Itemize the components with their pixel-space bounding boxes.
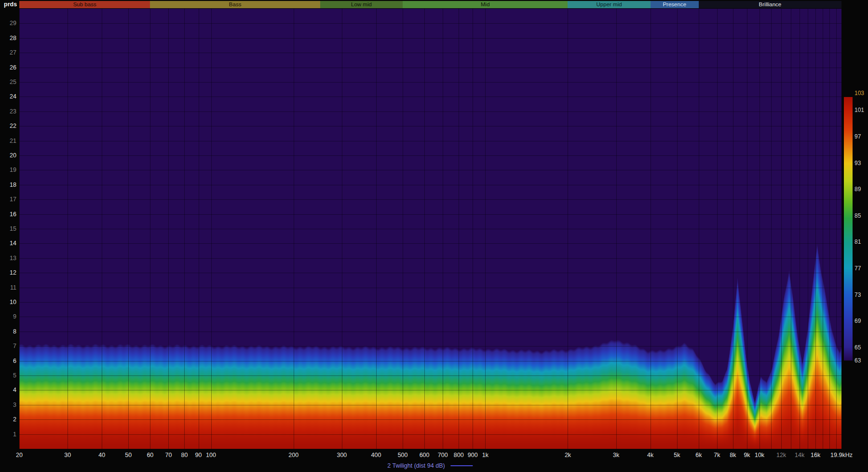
y-tick-label: 24 <box>1 93 16 100</box>
y-tick-label: 7 <box>1 343 16 349</box>
y-tick-label: 12 <box>1 269 16 276</box>
x-tick-label: 60 <box>147 452 153 458</box>
x-tick-label: 9k <box>744 452 750 458</box>
y-tick-label: 23 <box>1 108 16 115</box>
x-tick-label: 40 <box>98 452 105 458</box>
frequency-band-strip: Sub bassBassLow midMidUpper midPresenceB… <box>0 1 868 8</box>
y-tick-label: 10 <box>1 299 16 305</box>
x-tick-label: 4k <box>647 452 653 458</box>
x-tick-label: 30 <box>64 452 71 458</box>
legend-label: 2 Twilight (dist 94 dB) <box>387 462 445 469</box>
band-low-mid: Low mid <box>320 1 403 8</box>
band-brilliance: Brilliance <box>699 1 841 8</box>
x-tick-label: 600 <box>420 452 430 458</box>
y-tick-label: 15 <box>1 225 16 232</box>
x-tick-label: 7k <box>714 452 720 458</box>
x-tick-label: 5k <box>674 452 680 458</box>
y-tick-label: 29 <box>1 20 16 27</box>
x-tick-label: 20 <box>16 452 23 458</box>
y-tick-label: 16 <box>1 211 16 218</box>
x-tick-label: 50 <box>125 452 132 458</box>
colorbar-tick-label: 97 <box>854 133 861 140</box>
colorbar-tick-label: 81 <box>854 238 861 245</box>
y-tick-label: 13 <box>1 255 16 262</box>
x-tick-label: 700 <box>438 452 448 458</box>
y-tick-label: 20 <box>1 152 16 159</box>
y-tick-label: 3 <box>1 402 16 408</box>
colorbar-canvas <box>844 97 853 361</box>
x-tick-label: 900 <box>468 452 478 458</box>
y-tick-label: 11 <box>1 284 16 291</box>
x-tick-label: 1k <box>482 452 488 458</box>
band-upper-mid: Upper mid <box>568 1 650 8</box>
colorbar-tick-label: 69 <box>854 318 861 324</box>
x-tick-label: 2k <box>565 452 571 458</box>
colorbar-tick-label: 85 <box>854 212 861 219</box>
legend-line-swatch <box>451 465 473 466</box>
x-axis-labels: 2030405060708090100200300400500600700800… <box>0 452 868 459</box>
band-mid: Mid <box>403 1 568 8</box>
x-tick-label: 14k <box>795 452 804 458</box>
y-tick-label: 21 <box>1 138 16 144</box>
x-tick-label: 10k <box>755 452 764 458</box>
x-tick-label: 6k <box>695 452 702 458</box>
x-tick-label: 300 <box>337 452 347 458</box>
band-sub-bass: Sub bass <box>19 1 150 8</box>
colorbar-tick-label: 103 <box>854 90 864 97</box>
colorbar-tick-label: 93 <box>854 160 861 167</box>
x-tick-label: 3k <box>613 452 619 458</box>
y-tick-label: 28 <box>1 35 16 42</box>
band-presence: Presence <box>651 1 699 8</box>
colorbar-labels: 10310197938985817773696563 <box>854 0 868 472</box>
colorbar-tick-label: 63 <box>854 357 861 364</box>
colorbar-tick-label: 89 <box>854 186 861 193</box>
spectrogram-canvas[interactable] <box>19 9 841 449</box>
x-tick-label: 100 <box>206 452 216 458</box>
x-tick-label: 12k <box>776 452 786 458</box>
x-tick-label: 16k <box>811 452 820 458</box>
legend-item-measurement[interactable]: 2 Twilight (dist 94 dB) <box>387 462 473 469</box>
y-tick-label: 2 <box>1 416 16 423</box>
y-tick-label: 19 <box>1 167 16 173</box>
y-tick-label: 4 <box>1 387 16 393</box>
x-tick-label: 200 <box>288 452 298 458</box>
y-tick-label: 18 <box>1 181 16 188</box>
x-tick-label: 800 <box>454 452 464 458</box>
y-tick-label: 1 <box>1 431 16 438</box>
y-tick-label: 26 <box>1 64 16 71</box>
y-tick-label: 25 <box>1 79 16 85</box>
y-tick-label: 5 <box>1 372 16 379</box>
x-tick-label: 70 <box>165 452 172 458</box>
y-tick-label: 6 <box>1 358 16 364</box>
y-tick-label: 17 <box>1 196 16 203</box>
band-bass: Bass <box>150 1 320 8</box>
colorbar-tick-label: 77 <box>854 265 861 272</box>
colorbar-tick-label: 65 <box>854 344 861 351</box>
colorbar-tick-label: 73 <box>854 292 861 298</box>
y-tick-label: 22 <box>1 123 16 129</box>
x-tick-label: 8k <box>730 452 736 458</box>
y-tick-label: 14 <box>1 240 16 247</box>
colorbar-tick-label: 101 <box>854 107 864 113</box>
x-tick-label: 500 <box>398 452 408 458</box>
chart-root: prds Sub bassBassLow midMidUpper midPres… <box>0 0 868 472</box>
x-tick-label: 80 <box>181 452 188 458</box>
y-tick-label: 9 <box>1 313 16 320</box>
y-axis-labels: 1234567891011121314151617181920212223242… <box>0 0 17 472</box>
x-tick-label: 400 <box>371 452 381 458</box>
x-tick-label: 19.9kHz <box>830 452 853 458</box>
x-tick-label: 90 <box>195 452 202 458</box>
y-tick-label: 27 <box>1 49 16 56</box>
y-tick-label: 8 <box>1 328 16 335</box>
